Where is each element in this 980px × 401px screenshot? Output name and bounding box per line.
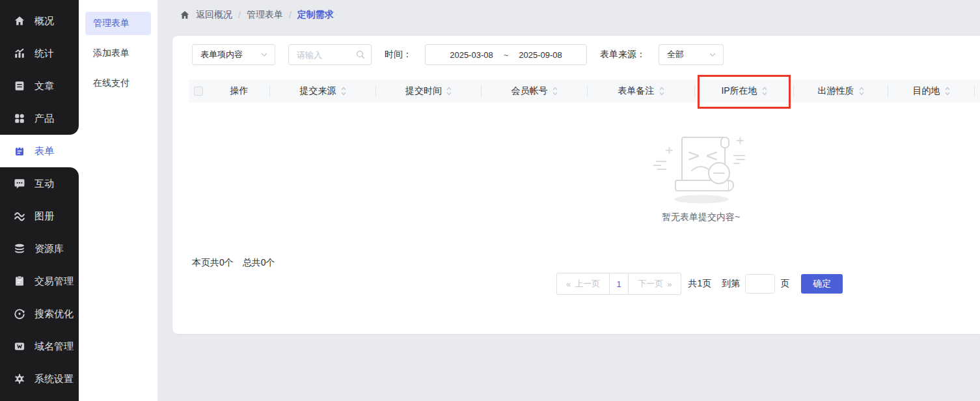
sidebar-item-overview[interactable]: 概况 (0, 5, 79, 37)
form-source-select[interactable]: 全部 (659, 44, 724, 65)
page-count-text: 本页共0个 (192, 257, 234, 269)
domain-icon (14, 340, 25, 352)
column-label: 操作 (230, 85, 249, 97)
content-panel: 表单项内容 时间： 2025-03-08 ~ 2025-09-08 表单来源： … (172, 36, 980, 334)
sidebar-item-label: 域名管理 (34, 340, 74, 353)
submenu-item-online-payment[interactable]: 在线支付 (79, 72, 157, 95)
page-unit-label: 页 (780, 278, 789, 290)
table-header-checkbox-cell (189, 79, 208, 103)
sidebar-item-label: 统计 (34, 48, 54, 60)
breadcrumb-separator: / (238, 10, 241, 20)
date-range-separator: ~ (504, 50, 509, 60)
confirm-button[interactable]: 确定 (801, 274, 843, 294)
keyword-search (288, 44, 372, 65)
breadcrumb-manage-forms[interactable]: 管理表单 (247, 9, 283, 21)
breadcrumb-separator: / (289, 10, 292, 20)
sidebar-item-interaction[interactable]: 互动 (0, 167, 79, 200)
goto-page-label: 到第 (722, 278, 740, 290)
breadcrumb-back-overview[interactable]: 返回概况 (196, 9, 232, 21)
main-area: 返回概况 / 管理表单 / 定制需求 表单项内容 时间： 2025-03-08 (157, 0, 980, 401)
sort-icon[interactable] (761, 86, 768, 96)
column-label: 提交时间 (405, 85, 442, 97)
stats-icon (14, 48, 25, 59)
sidebar-item-label: 搜索优化 (34, 308, 74, 320)
column-label: 会员帐号 (511, 85, 548, 97)
column-header-form-note[interactable]: 表单备注 (588, 79, 695, 103)
chevron-down-icon (709, 51, 716, 59)
column-label: IP所在地 (721, 85, 757, 97)
column-header-destination[interactable]: 目的地 (888, 79, 975, 103)
total-count-text: 总共0个 (243, 257, 275, 269)
prev-page-button[interactable]: « 上一页 (557, 273, 609, 294)
date-range-picker[interactable]: 2025-03-08 ~ 2025-09-08 (425, 44, 587, 65)
sidebar-item-albums[interactable]: 图册 (0, 200, 79, 232)
column-header-submit-source[interactable]: 提交来源 (270, 79, 376, 103)
sidebar-item-settings[interactable]: 系统设置 (0, 363, 79, 395)
submenu-item-manage-forms[interactable]: 管理表单 (85, 12, 151, 35)
home-icon (14, 15, 25, 27)
goto-page-input[interactable] (745, 274, 775, 294)
settings-icon (14, 373, 25, 385)
breadcrumb-current-page: 定制需求 (297, 9, 334, 21)
product-grid-icon (14, 113, 25, 124)
form-field-select[interactable]: 表单项内容 (192, 44, 275, 65)
sort-icon[interactable] (552, 86, 558, 96)
select-all-checkbox[interactable] (194, 87, 203, 96)
sort-icon[interactable] (858, 86, 865, 96)
chevron-down-icon (260, 51, 268, 59)
sidebar-item-products[interactable]: 产品 (0, 102, 79, 135)
column-header-travel-type[interactable]: 出游性质 (794, 79, 888, 103)
form-icon (14, 145, 25, 157)
table-header-row: 操作 提交来源 提交时间 会员帐号 表单备注 IP所在地 (189, 79, 980, 103)
search-icon (355, 49, 366, 60)
column-label: 提交来源 (300, 85, 336, 97)
sidebar-item-transactions[interactable]: 交易管理 (0, 265, 79, 297)
filter-bar: 表单项内容 时间： 2025-03-08 ~ 2025-09-08 表单来源： … (192, 44, 724, 65)
article-icon (14, 80, 25, 92)
column-header-submit-time[interactable]: 提交时间 (376, 79, 482, 103)
sidebar-item-label: 表单 (34, 145, 54, 158)
sidebar-item-label: 产品 (34, 113, 54, 125)
sidebar-item-stats[interactable]: 统计 (0, 37, 79, 70)
date-range-start: 2025-03-08 (450, 50, 493, 60)
chat-icon (14, 178, 25, 189)
submenu-item-add-form[interactable]: 添加表单 (79, 42, 157, 65)
double-chevron-left-icon: « (566, 279, 571, 289)
date-range-end: 2025-09-08 (519, 50, 562, 60)
source-filter-label: 表单来源： (600, 49, 646, 61)
sidebar-item-domains[interactable]: 域名管理 (0, 330, 79, 363)
sidebar-item-seo[interactable]: 搜索优化 (0, 297, 79, 330)
submenu-item-label: 在线支付 (93, 77, 129, 89)
sidebar-item-articles[interactable]: 文章 (0, 70, 79, 102)
sort-icon[interactable] (446, 86, 452, 96)
sidebar-item-label: 互动 (34, 178, 54, 190)
column-header-member-account[interactable]: 会员帐号 (482, 79, 588, 103)
sort-icon[interactable] (944, 86, 951, 96)
empty-state-message: 暂无表单提交内容~ (649, 212, 753, 223)
result-summary: 本页共0个 总共0个 (192, 257, 275, 269)
sort-icon[interactable] (659, 86, 665, 96)
pagination-button-group: « 上一页 1 下一页 » (556, 273, 681, 295)
column-label: 目的地 (913, 85, 940, 97)
breadcrumb-home-icon[interactable] (180, 10, 190, 20)
sidebar-item-label: 系统设置 (34, 373, 74, 385)
next-page-button[interactable]: 下一页 » (629, 273, 681, 294)
album-icon (14, 210, 25, 222)
pagination: « 上一页 1 下一页 » 共1页 到第 页 确定 (556, 273, 843, 295)
page-number-current[interactable]: 1 (609, 273, 629, 294)
sidebar-item-label: 文章 (34, 80, 54, 92)
next-page-label: 下一页 (638, 278, 663, 290)
time-filter-label: 时间： (385, 49, 412, 61)
column-header-ip-location[interactable]: IP所在地 (695, 79, 794, 103)
sidebar-item-library[interactable]: 资源库 (0, 232, 79, 265)
form-source-select-value: 全部 (667, 49, 684, 61)
column-label: 出游性质 (818, 85, 854, 97)
sidebar-item-label: 资源库 (34, 243, 64, 255)
sidebar-item-label: 概况 (34, 15, 54, 27)
double-chevron-right-icon: » (667, 279, 672, 289)
total-pages-text: 共1页 (688, 278, 711, 290)
trade-icon (14, 275, 25, 287)
submenu-item-label: 管理表单 (93, 18, 129, 29)
sort-icon[interactable] (340, 86, 347, 96)
sidebar-item-forms[interactable]: 表单 (0, 135, 79, 167)
